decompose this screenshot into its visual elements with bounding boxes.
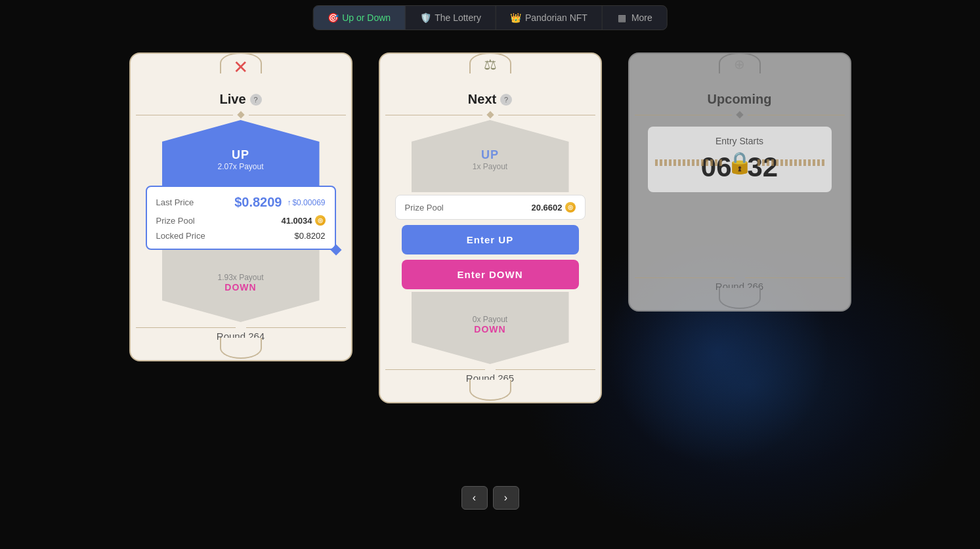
upcoming-diamond <box>736 111 743 118</box>
live-card-title: Live <box>219 92 245 107</box>
next-card-top-notch: ⚖ <box>380 54 601 87</box>
live-locked-price-val: $0.8202 <box>295 231 326 241</box>
nav-label-up-or-down: Up or Down <box>342 12 391 23</box>
upcoming-card-top-notch: ⊕ <box>629 54 850 87</box>
lock-icon: 🔒 <box>724 150 756 175</box>
next-up-label: UP <box>481 148 499 162</box>
hammer-icon: ⚖ <box>484 56 497 73</box>
chain-overlay: 🔒 <box>648 150 832 175</box>
chain-right <box>756 159 826 166</box>
upcoming-content: Entry Starts 06 32 🔒 <box>629 120 850 199</box>
live-prize-box: Last Price $0.8209 $0.00069 Prize Pool 4… <box>146 186 336 250</box>
lottery-icon: 🛡️ <box>420 12 431 23</box>
live-up-label: UP <box>232 148 249 162</box>
live-down-label: DOWN <box>224 282 256 293</box>
live-prize-pool-label: Prize Pool <box>156 216 195 226</box>
enter-down-button[interactable]: Enter DOWN <box>402 260 579 289</box>
live-last-price-row: Last Price $0.8209 $0.00069 <box>156 195 326 210</box>
entry-starts-box: Entry Starts 06 32 🔒 <box>648 127 832 192</box>
live-up-payout: 2.07x Payout <box>217 162 263 171</box>
next-card: ⚖ Next ? UP 1x Payout Prize Pool 20.6602 <box>379 52 602 403</box>
next-prize-pool-row: Prize Pool 20.6602 ◎ <box>405 202 576 213</box>
nav-label-more: More <box>631 12 652 23</box>
live-coin-icon: ◎ <box>315 215 326 226</box>
upcoming-top-icon: ⊕ <box>734 56 745 72</box>
next-up-section: UP 1x Payout Prize Pool 20.6602 ◎ Enter … <box>380 120 601 364</box>
next-card-title: Next <box>468 92 496 107</box>
next-prize-pool-val: 20.6602 ◎ <box>532 202 576 213</box>
next-prize-pool-label: Prize Pool <box>405 203 444 213</box>
next-title-row: Next ? <box>468 92 512 107</box>
live-up-hex: UP 2.07x Payout <box>162 120 320 192</box>
upcoming-card-title: Upcoming <box>708 92 772 107</box>
nav-item-more[interactable]: ▦ More <box>603 6 667 30</box>
live-up-section: UP 2.07x Payout Last Price $0.8209 $0.00… <box>131 120 351 322</box>
next-coin-icon: ◎ <box>565 202 576 213</box>
live-card-top-notch: ✕ <box>131 54 351 87</box>
entry-starts-label: Entry Starts <box>657 136 822 146</box>
upcoming-card: ⊕ Upcoming Entry Starts 06 32 🔒 <box>628 52 851 312</box>
live-locked-price-label: Locked Price <box>156 231 205 241</box>
next-divider <box>380 112 601 117</box>
next-round-divider <box>380 369 601 370</box>
next-prize-box: Prize Pool 20.6602 ◎ <box>395 195 586 220</box>
live-divider <box>131 112 351 117</box>
live-diamond <box>237 111 244 118</box>
next-up-hex: UP 1x Payout <box>412 120 569 192</box>
next-diamond <box>486 111 494 118</box>
live-down-hex: 1.93x Payout DOWN <box>162 250 320 322</box>
nav-label-pandorian-nft: Pandorian NFT <box>525 12 587 23</box>
live-down-payout: 1.93x Payout <box>217 273 263 282</box>
nav-item-the-lottery[interactable]: 🛡️ The Lottery <box>406 6 496 30</box>
live-locked-price-row: Locked Price $0.8202 <box>156 231 326 241</box>
live-prize-pool-row: Prize Pool 41.0034 ◎ <box>156 215 326 226</box>
nav-item-up-or-down[interactable]: 🎯 Up or Down <box>313 6 406 30</box>
live-last-price-val: $0.8209 <box>234 195 282 210</box>
live-help-icon[interactable]: ? <box>250 94 262 106</box>
cross-icon: ✕ <box>233 56 248 78</box>
live-corner-diamond <box>330 245 341 256</box>
pagination: ‹ › <box>461 486 519 510</box>
next-page-button[interactable]: › <box>493 486 519 510</box>
live-prize-pool-val: 41.0034 ◎ <box>282 215 326 226</box>
next-down-label: DOWN <box>474 324 505 335</box>
next-down-hex: 0x Payout DOWN <box>412 292 569 364</box>
enter-up-button[interactable]: Enter UP <box>402 225 579 254</box>
nft-icon: 👑 <box>511 12 521 23</box>
next-up-payout: 1x Payout <box>473 162 507 171</box>
more-icon: ▦ <box>617 12 628 23</box>
upcoming-title-row: Upcoming <box>708 92 772 107</box>
chain-left <box>653 159 724 166</box>
main-nav: 🎯 Up or Down 🛡️ The Lottery 👑 Pandorian … <box>312 5 668 30</box>
up-or-down-icon: 🎯 <box>328 12 338 23</box>
nav-item-pandorian-nft[interactable]: 👑 Pandorian NFT <box>496 6 603 30</box>
live-price-change: $0.00069 <box>287 198 325 207</box>
prev-page-button[interactable]: ‹ <box>461 486 488 510</box>
upcoming-round-divider <box>629 277 850 278</box>
upcoming-divider <box>629 112 850 117</box>
live-title-row: Live ? <box>219 92 261 107</box>
live-card: ✕ Live ? UP 2.07x Payout Last Price $0.8… <box>129 52 352 361</box>
live-round-divider <box>131 327 351 328</box>
cards-container: ✕ Live ? UP 2.07x Payout Last Price $0.8… <box>129 52 851 403</box>
next-help-icon[interactable]: ? <box>500 94 512 106</box>
next-down-payout: 0x Payout <box>473 315 507 324</box>
nav-label-the-lottery: The Lottery <box>435 12 481 23</box>
live-last-price-label: Last Price <box>156 197 194 207</box>
